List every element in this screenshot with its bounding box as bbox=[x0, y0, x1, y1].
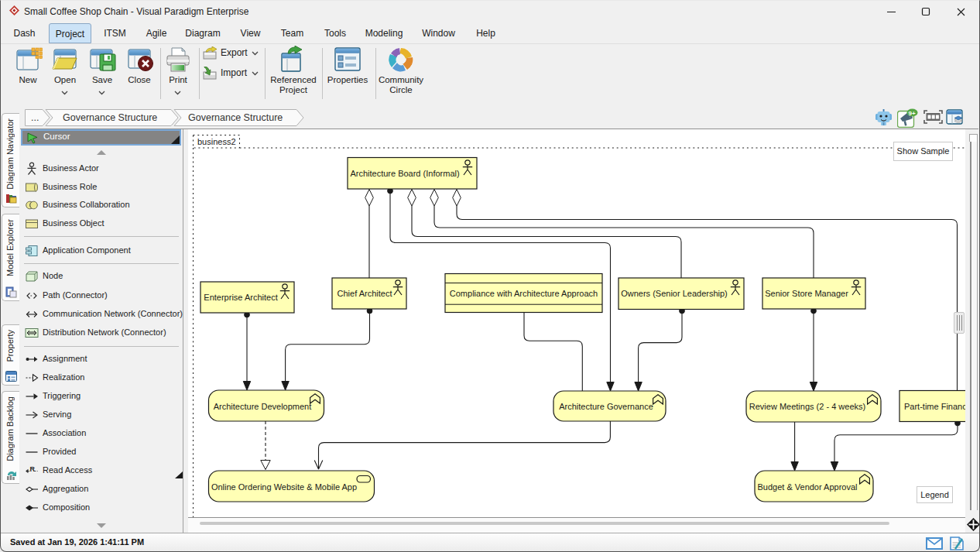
svg-text:business2: business2 bbox=[197, 137, 236, 146]
svg-text:Owners (Senior Leadership): Owners (Senior Leadership) bbox=[621, 289, 728, 298]
svg-text:Architecture Governance: Architecture Governance bbox=[559, 402, 653, 411]
svg-text:Compliance with Architecture A: Compliance with Architecture Approach bbox=[450, 289, 598, 298]
svg-text:...: ... bbox=[31, 112, 39, 123]
svg-text:Governance Structure: Governance Structure bbox=[63, 112, 157, 123]
svg-text:Enterprise Architect: Enterprise Architect bbox=[204, 293, 277, 302]
svg-text:Legend: Legend bbox=[920, 490, 949, 499]
svg-text:9+: 9+ bbox=[909, 110, 916, 117]
svg-text:Part-time Financ: Part-time Financ bbox=[904, 402, 965, 411]
svg-text:Chief Architect: Chief Architect bbox=[338, 289, 392, 298]
svg-text:Senior Store Manager: Senior Store Manager bbox=[765, 289, 848, 298]
svg-text:Governance Structure: Governance Structure bbox=[188, 112, 283, 123]
svg-text:Architecture Development: Architecture Development bbox=[214, 402, 312, 411]
svg-text:R: R bbox=[30, 465, 36, 473]
svg-text:Review Meetings (2 - 4 weeks): Review Meetings (2 - 4 weeks) bbox=[749, 402, 865, 411]
svg-text:Online Ordering Website & Mobi: Online Ordering Website & Mobile App bbox=[211, 482, 357, 492]
svg-text:Budget & Vendor Approval: Budget & Vendor Approval bbox=[757, 482, 857, 492]
svg-text:Show Sample: Show Sample bbox=[897, 146, 950, 156]
svg-text:Architecture Board (Informal): Architecture Board (Informal) bbox=[350, 169, 459, 178]
